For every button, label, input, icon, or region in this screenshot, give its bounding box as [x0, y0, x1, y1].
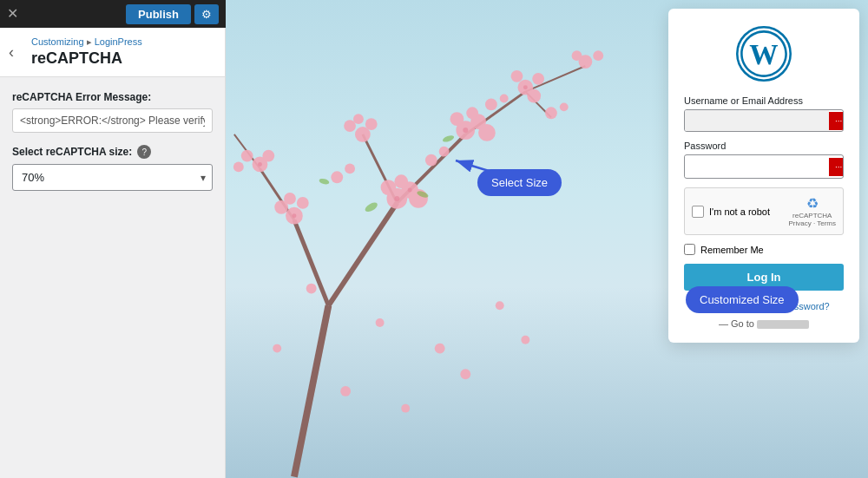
- size-select-wrapper: 70% 80% 90% 100% Compact Normal ▾: [12, 164, 213, 191]
- username-label: Username or Email Address: [684, 95, 844, 106]
- remember-me-row: Remember Me: [684, 244, 844, 255]
- preview-area: W Username or Email Address ··· Password…: [226, 0, 868, 478]
- sidebar: ‹ Customizing ▸ LoginPress reCAPTCHA reC…: [0, 28, 226, 478]
- panel-content: reCAPTCHA Error Message: Select reCAPTCH…: [0, 77, 225, 205]
- username-icon-button[interactable]: ···: [829, 112, 844, 130]
- password-input[interactable]: [685, 156, 829, 177]
- breadcrumb-separator: ▸: [87, 36, 95, 47]
- breadcrumb: Customizing ▸ LoginPress: [31, 36, 213, 48]
- svg-point-58: [463, 128, 468, 133]
- back-arrow-icon[interactable]: ‹: [9, 43, 14, 62]
- svg-point-19: [478, 124, 496, 141]
- error-message-input[interactable]: [12, 108, 213, 133]
- svg-point-50: [496, 301, 504, 310]
- publish-area: Publish ⚙: [126, 4, 219, 24]
- svg-point-60: [292, 213, 296, 218]
- svg-point-64: [442, 134, 455, 143]
- recaptcha-checkbox[interactable]: [692, 206, 704, 218]
- breadcrumb-customizing-link[interactable]: Customizing: [31, 36, 84, 47]
- svg-point-52: [340, 386, 351, 396]
- svg-point-37: [365, 118, 378, 130]
- recaptcha-logo-icon: ♻: [788, 195, 836, 212]
- svg-point-12: [381, 180, 397, 195]
- svg-point-30: [284, 193, 296, 205]
- svg-point-56: [394, 196, 399, 201]
- svg-point-21: [532, 73, 544, 85]
- goto-row: — Go to: [684, 318, 844, 329]
- remember-me-checkbox[interactable]: [684, 244, 695, 255]
- password-icon-button[interactable]: ···: [829, 158, 844, 176]
- svg-point-18: [466, 107, 478, 119]
- close-button[interactable]: ✕: [7, 7, 18, 21]
- remember-me-label: Remember Me: [700, 245, 764, 255]
- custom-size-annotation: Customized Size: [686, 286, 799, 313]
- svg-point-25: [593, 50, 603, 61]
- svg-point-34: [233, 162, 244, 173]
- help-icon[interactable]: ?: [137, 145, 151, 159]
- svg-point-29: [297, 197, 309, 209]
- goto-label: — Go to: [719, 318, 754, 329]
- svg-point-26: [572, 50, 582, 61]
- svg-line-1: [328, 203, 397, 305]
- svg-point-61: [258, 162, 262, 167]
- svg-line-0: [294, 305, 328, 476]
- svg-point-55: [521, 336, 529, 344]
- svg-point-32: [241, 150, 253, 162]
- size-select-label: Select reCAPTCHA size:: [12, 146, 132, 158]
- svg-text:W: W: [749, 38, 778, 70]
- svg-point-45: [545, 107, 557, 119]
- svg-point-13: [394, 174, 408, 188]
- password-input-row: ··· 👁: [684, 154, 844, 179]
- size-label-row: Select reCAPTCHA size: ?: [12, 145, 213, 159]
- password-label: Password: [684, 141, 844, 151]
- username-input[interactable]: [685, 110, 829, 131]
- error-message-label: reCAPTCHA Error Message:: [12, 91, 213, 103]
- svg-point-22: [511, 70, 523, 82]
- wp-logo: W: [684, 26, 844, 82]
- username-input-row: ···: [684, 109, 844, 132]
- site-url-blurred: [757, 320, 809, 329]
- svg-point-62: [364, 201, 379, 214]
- svg-point-51: [273, 344, 281, 353]
- svg-point-33: [262, 150, 274, 162]
- svg-point-59: [523, 85, 528, 89]
- select-size-annotation: Select Size: [477, 169, 562, 196]
- svg-point-43: [485, 99, 497, 111]
- recaptcha-left: I'm not a robot: [692, 206, 770, 218]
- cherry-blossom-decoration: [226, 48, 611, 478]
- svg-point-49: [435, 344, 445, 354]
- recaptcha-right: ♻ reCAPTCHAPrivacy · Terms: [788, 195, 836, 227]
- svg-point-47: [306, 284, 317, 294]
- svg-point-54: [460, 369, 470, 379]
- page-title: reCAPTCHA: [31, 49, 213, 68]
- breadcrumb-area: ‹ Customizing ▸ LoginPress reCAPTCHA: [0, 28, 225, 77]
- top-bar: ✕ Publish ⚙: [0, 0, 226, 28]
- svg-point-40: [345, 164, 355, 174]
- svg-point-38: [353, 114, 364, 124]
- svg-point-48: [376, 318, 385, 327]
- svg-point-57: [408, 188, 412, 193]
- svg-point-46: [560, 103, 569, 112]
- wordpress-logo-icon: W: [736, 26, 792, 82]
- publish-button[interactable]: Publish: [126, 4, 191, 24]
- settings-button[interactable]: ⚙: [194, 4, 219, 24]
- svg-point-65: [319, 178, 330, 186]
- breadcrumb-loginpress-link[interactable]: LoginPress: [95, 36, 142, 47]
- svg-point-39: [331, 171, 343, 183]
- recaptcha-label: I'm not a robot: [709, 206, 770, 217]
- size-select[interactable]: 70% 80% 90% 100% Compact Normal: [12, 164, 213, 191]
- recaptcha-sub-text: reCAPTCHAPrivacy · Terms: [788, 212, 836, 227]
- svg-point-23: [527, 89, 541, 103]
- svg-point-53: [401, 404, 410, 413]
- svg-point-41: [425, 154, 437, 167]
- svg-point-17: [450, 112, 464, 126]
- svg-point-44: [500, 95, 509, 103]
- svg-point-42: [439, 147, 450, 157]
- recaptcha-box: I'm not a robot ♻ reCAPTCHAPrivacy · Ter…: [684, 187, 844, 235]
